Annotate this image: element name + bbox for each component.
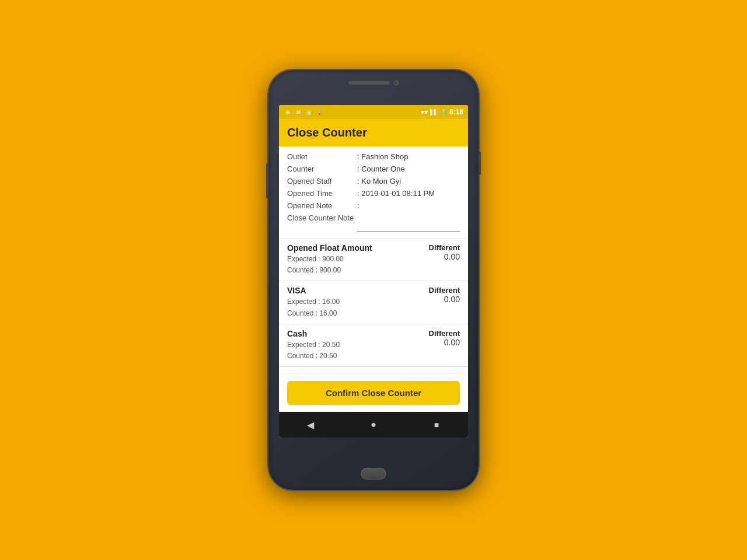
opened-float-row: Opened Float Amount Expected : 900.00 Co… bbox=[287, 243, 460, 276]
visa-left: VISA Expected : 16.00 Counted : 16.00 bbox=[287, 286, 340, 318]
home-button[interactable]: ● bbox=[363, 414, 384, 435]
opened-time-row: Opened Time : 2019-01-01 08:11 PM bbox=[287, 189, 460, 198]
status-bar: ⊕ ✉ ◎ 🔒 ▾▾ ▌▌ 🔋 8:18 bbox=[279, 105, 468, 119]
cash-left: Cash Expected : 20.50 Counted : 20.50 bbox=[287, 329, 340, 362]
counter-row: Counter : Counter One bbox=[287, 164, 460, 173]
counter-value: : Counter One bbox=[357, 164, 405, 173]
opened-float-left: Opened Float Amount Expected : 900.00 Co… bbox=[287, 243, 372, 276]
opened-float-right: Different 0.00 bbox=[429, 243, 460, 261]
status-icons-left: ⊕ ✉ ◎ 🔒 bbox=[284, 108, 323, 116]
app-header: Close Counter bbox=[279, 119, 468, 146]
opened-note-value: : bbox=[357, 201, 359, 210]
wifi-icon: ▾▾ bbox=[421, 108, 428, 116]
status-icons-right: ▾▾ ▌▌ 🔋 8:18 bbox=[421, 108, 463, 116]
phone-screen: ⊕ ✉ ◎ 🔒 ▾▾ ▌▌ 🔋 8:18 Close Counter Outle… bbox=[279, 105, 468, 438]
info-section: Outlet : Fashion Shop Counter : Counter … bbox=[279, 146, 468, 239]
lock-icon: 🔒 bbox=[315, 108, 323, 116]
close-note-row: Close Counter Note bbox=[287, 214, 460, 232]
opened-float-section: Opened Float Amount Expected : 900.00 Co… bbox=[279, 239, 468, 281]
spacer bbox=[279, 367, 468, 373]
close-note-input[interactable] bbox=[357, 222, 460, 232]
opened-float-expected: Expected : 900.00 bbox=[287, 254, 372, 265]
opened-float-counted: Counted : 900.00 bbox=[287, 265, 372, 276]
phone-device: ⊕ ✉ ◎ 🔒 ▾▾ ▌▌ 🔋 8:18 Close Counter Outle… bbox=[268, 70, 479, 490]
phone-top-hardware bbox=[348, 80, 399, 85]
physical-home-button bbox=[361, 468, 386, 480]
cash-counted: Counted : 20.50 bbox=[287, 351, 340, 362]
visa-diff-label: Different bbox=[429, 286, 460, 295]
opened-float-name: Opened Float Amount bbox=[287, 243, 372, 253]
cash-name: Cash bbox=[287, 329, 340, 338]
opened-float-diff-label: Different bbox=[429, 243, 460, 252]
cash-diff-label: Different bbox=[429, 329, 460, 338]
close-note-label: Close Counter Note bbox=[287, 214, 357, 222]
speaker-grille bbox=[348, 81, 389, 85]
visa-expected: Expected : 16.00 bbox=[287, 296, 340, 307]
mail-icon: ✉ bbox=[294, 108, 302, 116]
front-camera bbox=[394, 80, 399, 85]
home-button-hardware bbox=[361, 468, 386, 480]
status-time: 8:18 bbox=[449, 108, 463, 116]
battery-icon: 🔋 bbox=[440, 109, 447, 116]
visa-right: Different 0.00 bbox=[429, 286, 460, 304]
signal-icon: ▌▌ bbox=[430, 109, 438, 115]
recent-button[interactable]: ■ bbox=[426, 414, 447, 435]
opened-time-value: : 2019-01-01 08:11 PM bbox=[357, 189, 435, 198]
back-button[interactable]: ◀ bbox=[300, 414, 321, 435]
opened-staff-label: Opened Staff bbox=[287, 177, 357, 186]
location-icon: ◎ bbox=[305, 108, 313, 116]
outlet-label: Outlet bbox=[287, 152, 357, 161]
bottom-nav: ◀ ● ■ bbox=[279, 412, 468, 438]
counter-label: Counter bbox=[287, 164, 357, 173]
visa-name: VISA bbox=[287, 286, 340, 295]
confirm-close-counter-button[interactable]: Confirm Close Counter bbox=[287, 381, 460, 405]
opened-note-label: Opened Note bbox=[287, 201, 357, 210]
opened-float-diff-value: 0.00 bbox=[429, 252, 460, 261]
visa-diff-value: 0.00 bbox=[429, 295, 460, 304]
outlet-value: : Fashion Shop bbox=[357, 152, 408, 161]
opened-time-label: Opened Time bbox=[287, 189, 357, 198]
cash-row: Cash Expected : 20.50 Counted : 20.50 Di… bbox=[287, 329, 460, 362]
opened-staff-value: : Ko Mon Gyi bbox=[357, 177, 401, 186]
outlet-row: Outlet : Fashion Shop bbox=[287, 152, 460, 161]
page-title: Close Counter bbox=[287, 126, 460, 139]
opened-note-row: Opened Note : bbox=[287, 201, 460, 210]
cash-right: Different 0.00 bbox=[429, 329, 460, 347]
opened-staff-row: Opened Staff : Ko Mon Gyi bbox=[287, 177, 460, 186]
visa-section: VISA Expected : 16.00 Counted : 16.00 Di… bbox=[279, 281, 468, 324]
shield-icon: ⊕ bbox=[284, 108, 292, 116]
confirm-area: Confirm Close Counter bbox=[279, 373, 468, 412]
cash-diff-value: 0.00 bbox=[429, 338, 460, 347]
cash-section: Cash Expected : 20.50 Counted : 20.50 Di… bbox=[279, 324, 468, 367]
visa-row: VISA Expected : 16.00 Counted : 16.00 Di… bbox=[287, 286, 460, 318]
cash-expected: Expected : 20.50 bbox=[287, 340, 340, 351]
screen-content[interactable]: Outlet : Fashion Shop Counter : Counter … bbox=[279, 146, 468, 373]
visa-counted: Counted : 16.00 bbox=[287, 308, 340, 319]
